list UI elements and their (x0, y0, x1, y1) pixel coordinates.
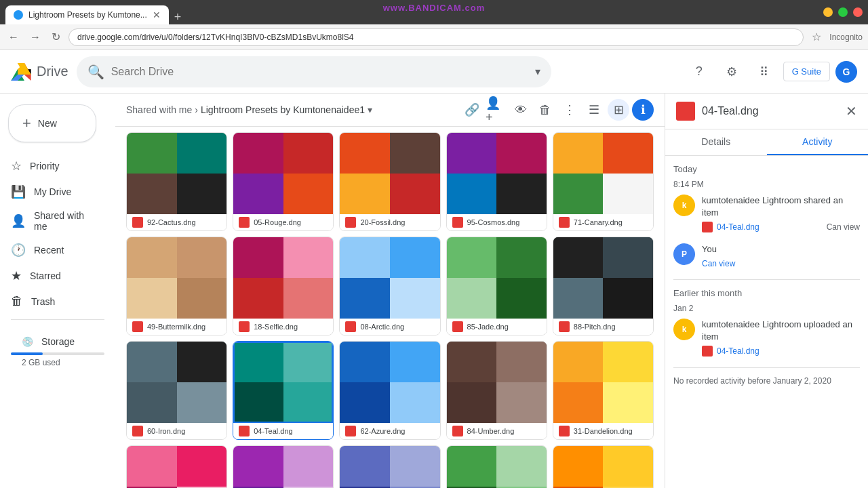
you-label: You (702, 244, 717, 254)
file-footer: 88-Pitch.dng (553, 319, 653, 335)
help-button[interactable]: ? (686, 58, 713, 85)
file-card-62-azure[interactable]: 62-Azure.dng (339, 341, 440, 440)
right-panel: 04-Teal.dng ✕ Details Activity Today 8:1… (665, 94, 868, 488)
file-card-71-canary[interactable]: 71-Canary.dng (553, 132, 654, 231)
file-card-04-teal[interactable]: 04-Teal.dng (233, 341, 334, 440)
active-tab[interactable]: Lightroom Presets by Kumtone... ✕ (5, 5, 169, 24)
file-thumb (233, 237, 333, 319)
forward-button[interactable]: → (27, 28, 43, 46)
reload-button[interactable]: ↻ (49, 28, 63, 46)
activity-item-you: P You Can view (673, 243, 860, 268)
sidebar: + New ☆ Priority 💾 My Drive 👤 Shared wit… (0, 94, 115, 488)
file-card-49-buttermilk[interactable]: 49-Buttermilk.dng (126, 237, 227, 336)
activity-content-2: kumtotenaidee Lightroom uploaded an item… (702, 319, 860, 357)
drive-wordmark: Drive (37, 64, 68, 79)
main-content: Shared with me › Lightroom Presets by Ku… (115, 94, 665, 488)
search-box[interactable]: 🔍 ▾ (77, 56, 551, 87)
file-footer: 18-Selfie.dng (233, 319, 333, 335)
file-card-31-dandelion[interactable]: 31-Dandelion.dng (553, 341, 654, 440)
file-card-r4-4[interactable]: ... (446, 445, 547, 488)
gsuite-button[interactable]: G Suite (783, 62, 830, 81)
file-footer: 95-Cosmos.dng (447, 214, 547, 230)
sidebar-item-trash[interactable]: 🗑 Trash (0, 289, 107, 314)
dng-icon (452, 217, 463, 228)
file-card-08-arctic[interactable]: 08-Arctic.dng (339, 237, 440, 336)
tab-details[interactable]: Details (665, 129, 767, 155)
activity-avatar-k: k (673, 195, 695, 216)
new-button[interactable]: + New (8, 104, 96, 142)
panel-tabs: Details Activity (665, 129, 868, 156)
list-view-button[interactable]: ☰ (583, 99, 605, 121)
file-card-95-cosmos[interactable]: 95-Cosmos.dng (446, 132, 547, 231)
storage-used: 2 GB used (11, 355, 104, 367)
file-thumb (553, 133, 653, 214)
breadcrumb-expand-icon[interactable]: ▾ (368, 104, 372, 115)
dng-icon (559, 321, 570, 332)
panel-header: 04-Teal.dng ✕ (665, 94, 868, 129)
tab-close-button[interactable]: ✕ (153, 9, 161, 20)
file-thumb (447, 133, 547, 214)
file-thumb (447, 446, 547, 488)
sidebar-label-starred: Starred (30, 270, 61, 281)
info-button[interactable]: ℹ (632, 99, 654, 121)
apps-button[interactable]: ⠿ (751, 58, 778, 85)
avatar[interactable]: G (835, 61, 857, 83)
tab-activity[interactable]: Activity (767, 129, 869, 155)
url-bar[interactable]: drive.google.com/drive/u/0/folders/12TvK… (68, 28, 804, 46)
file-card-84-umber[interactable]: 84-Umber.dng (446, 341, 547, 440)
file-card-92-cactus[interactable]: 92-Cactus.dng (126, 132, 227, 231)
file-card-r4-5[interactable]: ... (553, 445, 654, 488)
file-footer: 84-Umber.dng (447, 423, 547, 439)
app-body: + New ☆ Priority 💾 My Drive 👤 Shared wit… (0, 94, 868, 488)
sidebar-item-starred[interactable]: ★ Starred (0, 263, 107, 289)
file-card-05-rouge[interactable]: 05-Rouge.dng (233, 132, 334, 231)
file-thumb (553, 342, 653, 423)
minimize-button[interactable] (823, 7, 833, 17)
close-button[interactable] (853, 7, 863, 17)
dng-icon (239, 217, 250, 228)
link-button[interactable]: 🔗 (461, 99, 483, 121)
more-options-button[interactable]: ⋮ (559, 99, 580, 121)
add-person-button[interactable]: 👤+ (486, 99, 507, 121)
sidebar-item-priority[interactable]: ☆ Priority (0, 153, 107, 179)
file-thumb (340, 237, 439, 319)
file-thumb (127, 237, 226, 319)
bookmark-button[interactable]: ☆ (809, 28, 824, 46)
maximize-button[interactable] (838, 7, 848, 17)
settings-button[interactable]: ⚙ (718, 58, 745, 85)
preview-button[interactable]: 👁 (510, 99, 532, 121)
grid-view-button[interactable]: ⊞ (608, 99, 629, 121)
sidebar-item-my-drive[interactable]: 💾 My Drive (0, 179, 107, 205)
file-card-20-fossil[interactable]: 20-Fossil.dng (339, 132, 440, 231)
back-button[interactable]: ← (5, 28, 22, 46)
file-card-r4-3[interactable]: ... (339, 445, 440, 488)
file-card-18-selfie[interactable]: 18-Selfie.dng (233, 237, 334, 336)
file-name: 05-Rouge.dng (254, 218, 328, 226)
file-card-85-jade[interactable]: 85-Jade.dng (446, 237, 547, 336)
breadcrumb-shared-with-me[interactable]: Shared with me (126, 104, 192, 115)
delete-button[interactable]: 🗑 (534, 99, 556, 121)
panel-close-button[interactable]: ✕ (846, 103, 857, 119)
sidebar-item-recent[interactable]: 🕐 Recent (0, 237, 107, 263)
activity-item-2: k kumtotenaidee Lightroom uploaded an it… (673, 319, 860, 357)
activity-text-you: You (702, 243, 860, 256)
file-name: 84-Umber.dng (467, 427, 541, 435)
file-card-88-pitch[interactable]: 88-Pitch.dng (553, 237, 654, 336)
activity-file-2: 04-Teal.dng (702, 346, 860, 357)
new-tab-button[interactable]: + (169, 10, 187, 24)
file-card-r4-1[interactable]: ... (126, 445, 227, 488)
search-dropdown-icon[interactable]: ▾ (535, 65, 540, 78)
sidebar-item-shared[interactable]: 👤 Shared with me (0, 205, 107, 237)
file-name: 71-Canary.dng (574, 218, 648, 226)
dng-icon (345, 217, 356, 228)
file-thumb (340, 342, 439, 423)
file-grid-container: 92-Cactus.dng (115, 127, 665, 488)
dng-icon (452, 321, 463, 332)
search-input[interactable] (111, 66, 528, 78)
activity-time: 8:14 PM (673, 180, 860, 189)
sidebar-storage-item[interactable]: 💿 Storage (11, 331, 96, 352)
recent-icon: 🕐 (11, 243, 26, 258)
file-card-r4-2[interactable]: ... (233, 445, 334, 488)
file-name: 04-Teal.dng (254, 427, 328, 435)
file-card-60-iron[interactable]: 60-Iron.dng (126, 341, 227, 440)
